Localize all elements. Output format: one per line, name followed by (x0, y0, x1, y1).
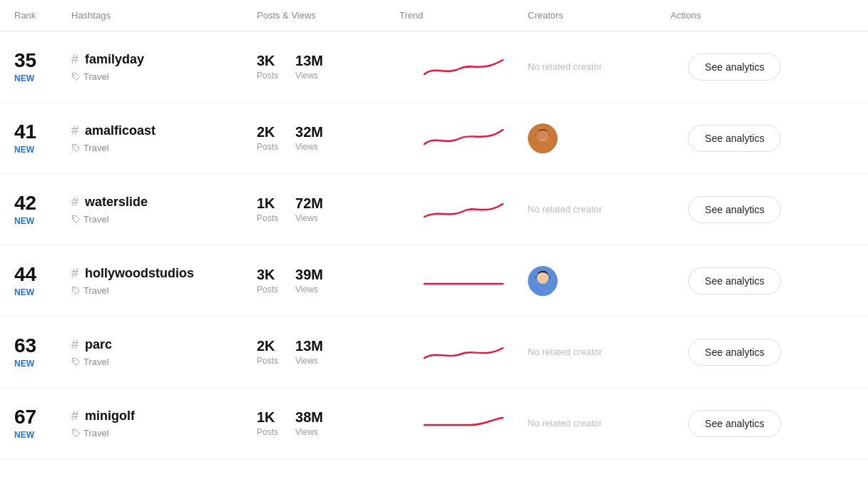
svg-point-12 (74, 359, 76, 361)
views-block: 38M Views (295, 409, 323, 437)
hash-symbol: # (71, 266, 82, 280)
col-posts-views: Posts & Views (257, 10, 399, 21)
hashtag-cell: # hollywoodstudios Travel (71, 266, 257, 296)
posts-value: 2K (257, 338, 278, 354)
table-body: 35 NEW # familyday Travel 3K Posts 13M V… (0, 31, 868, 459)
views-label: Views (295, 213, 323, 223)
see-analytics-button[interactable]: See analytics (688, 125, 780, 152)
see-analytics-button[interactable]: See analytics (688, 53, 780, 81)
hash-symbol: # (71, 123, 82, 138)
creators-cell: No related creator (528, 204, 670, 215)
rank-number: 67 (14, 407, 71, 427)
rank-number: 41 (14, 122, 71, 142)
posts-views-cell: 1K Posts 38M Views (257, 409, 399, 437)
trend-cell (399, 409, 528, 438)
posts-label: Posts (257, 213, 278, 223)
posts-views-cell: 3K Posts 13M Views (257, 53, 399, 81)
svg-point-7 (74, 288, 76, 289)
actions-cell: See analytics (670, 125, 799, 152)
rank-cell: 41 NEW (14, 122, 71, 155)
views-label: Views (295, 427, 323, 437)
no-creator-label: No related creator (528, 347, 602, 357)
col-hashtags: Hashtags (71, 10, 257, 21)
rank-badge: NEW (14, 216, 71, 226)
hashtag-category: Travel (71, 285, 257, 296)
views-value: 39M (295, 267, 323, 283)
trend-cell (399, 53, 528, 81)
posts-views-cell: 2K Posts 32M Views (257, 124, 399, 152)
rank-badge: NEW (14, 73, 71, 83)
rank-badge: NEW (14, 430, 71, 440)
views-block: 13M Views (295, 53, 323, 81)
table-row: 42 NEW # waterslide Travel 1K Posts 72M … (0, 174, 868, 245)
posts-block: 3K Posts (257, 53, 278, 81)
views-label: Views (295, 71, 323, 81)
hash-symbol: # (71, 337, 82, 352)
posts-label: Posts (257, 285, 278, 294)
svg-point-0 (74, 74, 76, 76)
tag-icon (71, 143, 81, 153)
see-analytics-button[interactable]: See analytics (688, 267, 780, 294)
posts-label: Posts (257, 71, 278, 81)
views-block: 39M Views (295, 267, 323, 294)
tag-icon (71, 72, 81, 81)
creators-cell (528, 123, 670, 153)
views-value: 72M (295, 195, 323, 212)
col-rank: Rank (14, 10, 71, 21)
trend-cell (399, 195, 528, 224)
actions-cell: See analytics (670, 196, 799, 223)
see-analytics-button[interactable]: See analytics (688, 196, 780, 223)
actions-cell: See analytics (670, 267, 799, 294)
creators-cell: No related creator (528, 61, 670, 72)
creators-cell: No related creator (528, 418, 670, 429)
see-analytics-button[interactable]: See analytics (688, 339, 780, 366)
col-actions: Actions (670, 10, 799, 21)
hashtag-category: Travel (71, 143, 257, 153)
hashtag-table: Rank Hashtags Posts & Views Trend Creato… (0, 0, 868, 492)
posts-block: 1K Posts (257, 195, 278, 223)
trend-cell (399, 267, 528, 295)
posts-value: 1K (257, 195, 278, 212)
posts-value: 1K (257, 409, 278, 426)
hash-symbol: # (71, 409, 82, 423)
hashtag-cell: # amalficoast Travel (71, 123, 257, 153)
posts-block: 1K Posts (257, 409, 278, 437)
tag-icon (71, 357, 81, 367)
views-label: Views (295, 285, 323, 294)
posts-value: 2K (257, 124, 278, 140)
posts-views-cell: 3K Posts 39M Views (257, 267, 399, 294)
rank-cell: 44 NEW (14, 265, 71, 297)
actions-cell: See analytics (670, 339, 799, 366)
table-row: 35 NEW # familyday Travel 3K Posts 13M V… (0, 31, 868, 103)
views-label: Views (295, 142, 323, 152)
posts-views-cell: 1K Posts 72M Views (257, 195, 399, 223)
hashtag-cell: # minigolf Travel (71, 409, 257, 439)
see-analytics-button[interactable]: See analytics (688, 410, 780, 437)
table-row: 41 NEW # amalficoast Travel 2K Posts 32M… (0, 103, 868, 174)
views-block: 32M Views (295, 124, 323, 152)
views-block: 72M Views (295, 195, 323, 223)
hashtag-category: Travel (71, 214, 257, 225)
trend-chart (421, 409, 506, 438)
no-creator-label: No related creator (528, 204, 602, 215)
rank-cell: 63 NEW (14, 336, 71, 369)
creator-avatar (528, 266, 558, 296)
rank-number: 63 (14, 336, 71, 356)
table-header: Rank Hashtags Posts & Views Trend Creato… (0, 0, 868, 31)
tag-icon (71, 429, 81, 438)
trend-cell (399, 338, 528, 367)
svg-point-13 (74, 431, 76, 432)
trend-cell (399, 124, 528, 153)
tag-icon (71, 286, 81, 295)
trend-chart (421, 195, 506, 224)
posts-views-cell: 2K Posts 13M Views (257, 338, 399, 366)
rank-number: 44 (14, 265, 71, 285)
views-value: 13M (295, 53, 323, 69)
rank-badge: NEW (14, 145, 71, 155)
actions-cell: See analytics (670, 410, 799, 437)
hash-symbol: # (71, 195, 82, 209)
rank-number: 42 (14, 193, 71, 213)
posts-value: 3K (257, 53, 278, 69)
col-creators: Creators (528, 10, 670, 21)
table-row: 63 NEW # parc Travel 2K Posts 13M Views … (0, 317, 868, 388)
